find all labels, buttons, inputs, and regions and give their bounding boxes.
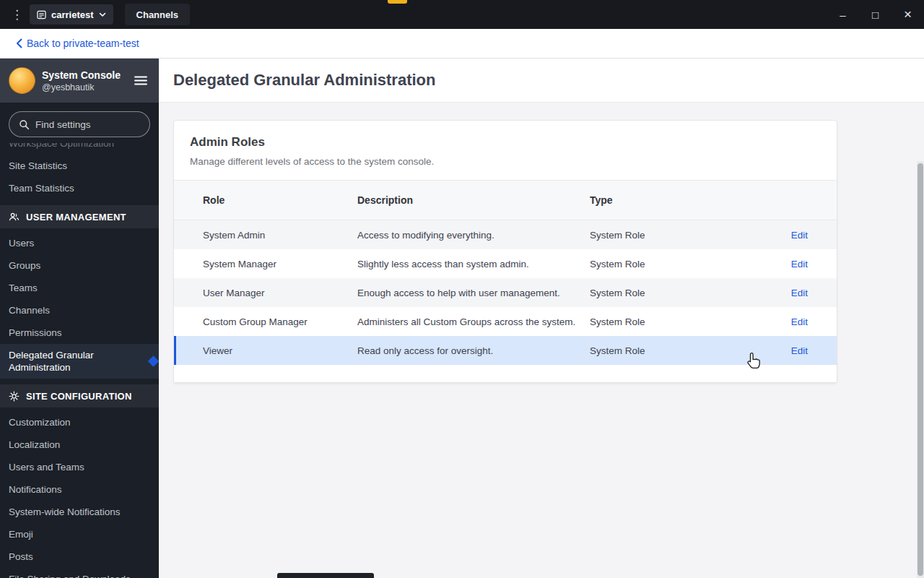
page-header: Delegated Granular Administration (159, 59, 924, 103)
page-title: Delegated Granular Administration (173, 71, 435, 90)
sidebar-item-localization[interactable]: Localization (0, 434, 159, 456)
screen-share-indicator (388, 0, 407, 4)
sidebar-clipped-item[interactable]: Workspace Optimization (0, 143, 159, 155)
sidebar-section-user-management: USER MANAGEMENT (0, 205, 159, 228)
sidebar-item-label: Posts (9, 551, 33, 562)
table-row-viewer: ViewerRead only access for oversight.Sys… (174, 336, 837, 365)
cell-role: System Admin (174, 230, 357, 241)
edit-link[interactable]: Edit (791, 230, 808, 241)
table-row-user-manager: User ManagerEnough access to help with u… (174, 278, 837, 307)
cell-description: Read only access for oversight. (357, 345, 590, 356)
edit-link[interactable]: Edit (791, 288, 808, 298)
maximize-button[interactable]: □ (859, 0, 892, 29)
search-icon (19, 119, 30, 130)
sidebar-nav: Workspace OptimizationSite StatisticsTea… (0, 142, 159, 578)
cell-role: Custom Group Manager (174, 316, 357, 327)
cell-role: User Manager (174, 288, 357, 298)
sidebar-item-workspace-optimization[interactable]: Workspace Optimization (0, 143, 159, 155)
roles-table-body: System AdminAccess to modifying everythi… (174, 220, 837, 365)
sidebar-item-site-statistics[interactable]: Site Statistics (0, 155, 159, 177)
sidebar-item-notifications[interactable]: Notifications (0, 478, 159, 501)
scrollbar (917, 161, 924, 578)
cell-type: System Role (590, 288, 721, 298)
card-title: Admin Roles (190, 135, 821, 150)
kebab-menu-icon[interactable]: ⋮ (11, 7, 19, 22)
cell-type: System Role (590, 259, 721, 269)
chevron-down-icon (99, 12, 106, 17)
sidebar-item-users-and-teams[interactable]: Users and Teams (0, 456, 159, 478)
sidebar-item-delegated-granular-administration[interactable]: Delegated Granular Administration (0, 344, 159, 379)
sidebar-item-label: Teams (9, 282, 38, 293)
back-link[interactable]: Back to private-team-test (16, 38, 139, 49)
app-window: ⋮ carrietest Channels – □ × Back to priv… (0, 0, 924, 578)
sidebar-item-permissions[interactable]: Permissions (0, 322, 159, 344)
table-row-system-manager: System ManagerSlightly less access than … (174, 249, 837, 278)
edit-link[interactable]: Edit (791, 259, 808, 269)
content-area: Admin Roles Manage different levels of a… (159, 103, 924, 383)
admin-roles-card: Admin Roles Manage different levels of a… (173, 120, 837, 383)
cell-type: System Role (590, 345, 721, 356)
column-header-type: Type (590, 194, 721, 206)
team-icon (37, 10, 46, 20)
sidebar-item-label: Localization (9, 439, 60, 450)
back-bar: Back to private-team-test (0, 29, 924, 59)
sidebar-item-customization[interactable]: Customization (0, 411, 159, 434)
avatar (9, 67, 35, 94)
sidebar-item-team-statistics[interactable]: Team Statistics (0, 177, 159, 199)
team-selector[interactable]: carrietest (30, 4, 113, 25)
sidebar-item-system-wide-notifications[interactable]: System-wide Notifications (0, 501, 159, 523)
window-controls: – □ × (827, 0, 924, 29)
sidebar-item-label: Users and Teams (9, 462, 84, 473)
cell-role: Viewer (174, 345, 357, 356)
cell-description: Enough access to help with user manageme… (357, 288, 590, 298)
sidebar-item-label: Notifications (9, 484, 62, 495)
back-chevron-icon (16, 38, 22, 48)
sidebar-item-label: Workspace Optimization (9, 143, 114, 149)
column-header-role: Role (174, 194, 357, 206)
sidebar-item-label: Users (9, 238, 34, 249)
cell-description: Slightly less access than system admin. (357, 259, 590, 269)
titlebar: ⋮ carrietest Channels – □ × (0, 0, 924, 29)
team-name: carrietest (51, 9, 94, 20)
sidebar-item-emoji[interactable]: Emoji (0, 523, 159, 545)
sidebar-item-users[interactable]: Users (0, 232, 159, 254)
table-row-system-admin: System AdminAccess to modifying everythi… (174, 220, 837, 249)
edit-link[interactable]: Edit (791, 345, 808, 356)
minimize-button[interactable]: – (827, 0, 859, 29)
cell-description: Access to modifying everything. (357, 230, 590, 241)
sidebar-header: System Console @yesbhautik (0, 59, 159, 103)
site-configuration-icon (9, 391, 19, 402)
edit-link[interactable]: Edit (791, 316, 808, 327)
sidebar-item-groups[interactable]: Groups (0, 254, 159, 277)
sidebar-item-label: Delegated Granular Administration (9, 350, 94, 373)
tab-channels[interactable]: Channels (125, 4, 191, 25)
sidebar-item-label: Permissions (9, 327, 62, 338)
search-input[interactable] (35, 119, 140, 130)
sidebar-item-teams[interactable]: Teams (0, 277, 159, 299)
card-subtitle: Manage different levels of access to the… (190, 156, 821, 167)
sidebar-section-label: SITE CONFIGURATION (26, 391, 132, 402)
active-item-pointer (148, 355, 159, 367)
sidebar-item-label: Customization (9, 417, 71, 428)
cell-role: System Manager (174, 259, 357, 269)
scrollbar-thumb[interactable] (918, 163, 923, 576)
cell-type: System Role (590, 316, 721, 327)
search-container (0, 103, 159, 142)
sidebar-item-posts[interactable]: Posts (0, 545, 159, 568)
sidebar-item-label: Emoji (9, 529, 33, 540)
tab-label: Channels (136, 9, 179, 20)
sidebar-item-label: File Sharing and Downloads (9, 574, 131, 578)
main-content: Delegated Granular Administration Admin … (159, 59, 924, 578)
console-username: @yesbhautik (42, 82, 121, 92)
menu-icon[interactable] (131, 73, 150, 88)
table-footer-spacer (174, 365, 837, 382)
sidebar-item-label: System-wide Notifications (9, 506, 121, 517)
cell-description: Administers all Custom Groups across the… (357, 316, 590, 327)
sidebar-item-file-sharing-and-downloads[interactable]: File Sharing and Downloads (0, 568, 159, 578)
roles-table: Role Description Type System AdminAccess… (174, 180, 837, 382)
column-header-description: Description (357, 194, 590, 206)
console-title: System Console (42, 69, 121, 81)
sidebar-item-channels[interactable]: Channels (0, 299, 159, 322)
sidebar-item-label: Channels (9, 305, 50, 316)
close-button[interactable]: × (892, 0, 924, 29)
